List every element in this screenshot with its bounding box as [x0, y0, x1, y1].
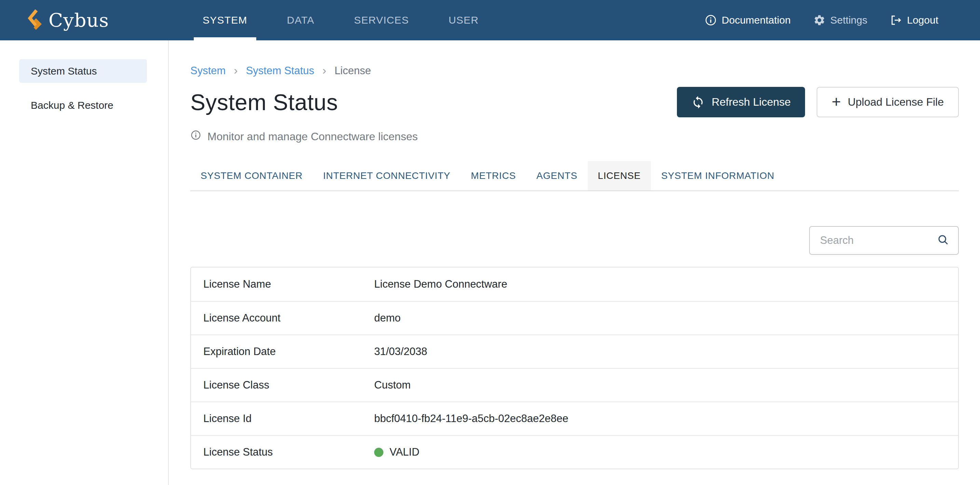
table-row-license-id: License Id bbcf0410-fb24-11e9-a5cb-02ec8… [191, 402, 958, 435]
row-value: 31/03/2038 [374, 345, 427, 358]
breadcrumb-license: License [334, 65, 371, 77]
logout-label: Logout [907, 14, 938, 26]
page-title: System Status [190, 89, 338, 115]
gear-icon [813, 14, 826, 26]
nav-item-services[interactable]: SERVICES [345, 0, 418, 40]
tab-system-container[interactable]: System Container [190, 161, 313, 190]
documentation-link[interactable]: Documentation [705, 14, 791, 26]
row-label: License Class [191, 379, 374, 391]
row-value: bbcf0410-fb24-11e9-a5cb-02ec8ae2e8ee [374, 413, 568, 425]
table-row-license-name: License Name License Demo Connectware [191, 268, 958, 301]
nav-item-data[interactable]: DATA [278, 0, 323, 40]
main-nav: SYSTEM DATA SERVICES USER [194, 0, 509, 40]
plus-icon: + [832, 94, 841, 110]
upload-license-file-button[interactable]: + Upload License File [817, 87, 959, 117]
cybus-logo-icon [26, 8, 42, 32]
page-subtitle: Monitor and manage Connectware licenses [207, 130, 418, 143]
nav-item-system[interactable]: SYSTEM [194, 0, 256, 40]
documentation-label: Documentation [722, 14, 791, 26]
top-nav-bar: Cybus SYSTEM DATA SERVICES USER Document… [0, 0, 980, 40]
page-subtitle-row: Monitor and manage Connectware licenses [190, 130, 959, 143]
breadcrumb: System › System Status › License [190, 64, 959, 77]
row-value: demo [374, 312, 401, 324]
tab-agents[interactable]: Agents [526, 161, 588, 190]
row-label: License Name [191, 278, 374, 290]
table-row-license-status: License Status VALID [191, 435, 958, 469]
info-circle-icon [705, 14, 717, 26]
row-value: Custom [374, 379, 411, 391]
upload-license-label: Upload License File [848, 96, 944, 108]
breadcrumb-system-status[interactable]: System Status [246, 65, 314, 77]
tab-system-information[interactable]: System Information [651, 161, 784, 190]
refresh-license-label: Refresh License [712, 96, 791, 108]
sidebar: System Status Backup & Restore [0, 40, 169, 485]
logout-icon [890, 14, 902, 26]
page-actions: Refresh License + Upload License File [677, 87, 959, 117]
status-valid-dot [374, 448, 383, 457]
tab-license[interactable]: License [588, 161, 651, 190]
tab-internet-connectivity[interactable]: Internet Connectivity [313, 161, 461, 190]
tab-bar: System Container Internet Connectivity M… [190, 161, 959, 191]
status-badge: VALID [390, 446, 419, 458]
search-box[interactable] [809, 226, 959, 255]
cybus-logo[interactable]: Cybus [26, 0, 109, 40]
logout-link[interactable]: Logout [890, 14, 938, 26]
tab-metrics[interactable]: Metrics [461, 161, 526, 190]
search-icon[interactable] [937, 234, 949, 247]
search-input[interactable] [820, 234, 937, 247]
row-value: License Demo Connectware [374, 278, 507, 290]
row-label: License Status [191, 446, 374, 458]
row-label: License Id [191, 413, 374, 425]
main-content: System › System Status › License System … [169, 40, 980, 485]
breadcrumb-separator-icon: › [323, 64, 326, 77]
nav-item-user[interactable]: USER [440, 0, 488, 40]
topbar-utils: Documentation Settings Logout [705, 0, 938, 40]
row-label: Expiration Date [191, 345, 374, 358]
sidebar-item-backup-restore[interactable]: Backup & Restore [19, 93, 147, 117]
license-table: License Name License Demo Connectware Li… [190, 267, 959, 469]
breadcrumb-separator-icon: › [234, 64, 237, 77]
sidebar-item-system-status[interactable]: System Status [19, 59, 147, 83]
refresh-license-button[interactable]: Refresh License [677, 87, 805, 117]
breadcrumb-system[interactable]: System [190, 65, 226, 77]
table-row-expiration-date: Expiration Date 31/03/2038 [191, 335, 958, 368]
settings-link[interactable]: Settings [813, 14, 867, 26]
table-row-license-account: License Account demo [191, 301, 958, 335]
settings-label: Settings [830, 14, 867, 26]
info-circle-icon [190, 130, 201, 143]
table-row-license-class: License Class Custom [191, 368, 958, 402]
row-label: License Account [191, 312, 374, 324]
refresh-sync-icon [691, 96, 705, 109]
brand-name: Cybus [49, 9, 109, 31]
